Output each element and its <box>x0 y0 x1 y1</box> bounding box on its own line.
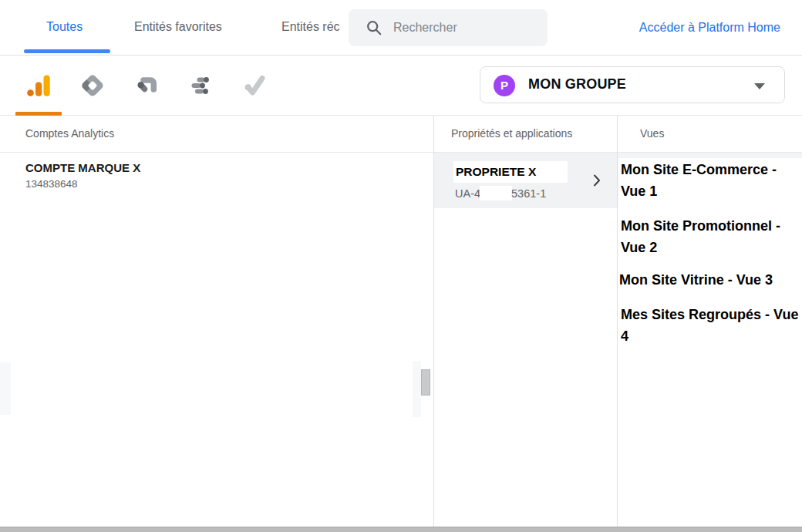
account-list-item[interactable]: COMPTE MARQUE X 134838648 <box>25 161 140 190</box>
chevron-down-icon <box>754 83 765 89</box>
tracking-id-redaction-box <box>480 186 512 200</box>
surveys-check-icon[interactable] <box>241 72 268 99</box>
horizontal-scrollbar[interactable] <box>0 527 802 532</box>
chevron-right-icon <box>593 173 601 187</box>
property-list-item-selected[interactable]: PROPRIETE X UA-45361-1 <box>434 153 617 208</box>
top-tab-bar: Toutes Entités favorites Entités réc Acc… <box>0 0 802 56</box>
search-input[interactable] <box>393 9 540 46</box>
view-list-item[interactable]: Mon Site Vitrine - Vue 3 <box>617 269 802 291</box>
view-label-overlay-box: Mon Site E-Commerce - Vue 1 <box>618 158 802 209</box>
active-tab-underline <box>24 49 110 53</box>
active-product-underline <box>15 112 62 116</box>
tab-toutes[interactable]: Toutes <box>46 20 83 34</box>
tag-manager-icon[interactable] <box>133 72 160 99</box>
tab-entites-favorites[interactable]: Entités favorites <box>134 20 222 34</box>
vertical-scrollbar-thumb[interactable] <box>421 369 430 396</box>
entity-columns: Comptes Analytics Propriétés et applicat… <box>0 116 802 532</box>
property-tracking-id: UA-45361-1 <box>455 186 546 200</box>
views-list: Mon Site E-Commerce - Vue 1 Mon Site Pro… <box>617 153 802 347</box>
column-divider <box>617 116 618 527</box>
vertical-scrollbar-track <box>413 361 421 417</box>
property-name: PROPRIETE X <box>453 161 568 183</box>
tracking-id-suffix: 5361-1 <box>511 187 546 200</box>
view-list-item[interactable]: Mon Site Promotionnel - Vue 2 <box>617 215 802 258</box>
group-selector-dropdown[interactable]: P MON GROUPE <box>480 66 785 103</box>
view-label: Mon Site E-Commerce - Vue 1 <box>621 159 802 202</box>
view-list-item[interactable]: Mon Site E-Commerce - Vue 1 <box>617 153 802 207</box>
tab-entites-recentes[interactable]: Entités réc <box>281 20 340 34</box>
product-toolbar: P MON GROUPE <box>0 56 802 116</box>
search-icon <box>366 20 382 35</box>
account-id: 134838648 <box>25 178 140 190</box>
accounts-column-header: Comptes Analytics <box>25 127 114 140</box>
property-name-overlay-box: PROPRIETE X <box>453 161 568 183</box>
optimize-icon[interactable] <box>79 72 106 99</box>
search-box[interactable] <box>349 9 548 46</box>
attribution-icon[interactable] <box>187 72 214 99</box>
group-avatar: P <box>494 75 515 96</box>
platform-home-link[interactable]: Accéder à Platform Home <box>639 21 780 35</box>
view-list-item[interactable]: Mes Sites Regroupés - Vue 4 <box>617 304 802 347</box>
group-selector-label: MON GROUPE <box>528 76 626 93</box>
analytics-icon[interactable] <box>25 72 52 99</box>
account-name: COMPTE MARQUE X <box>25 161 140 174</box>
left-edge-artifact <box>0 362 11 415</box>
properties-column-header: Propriétés et applications <box>451 127 572 140</box>
column-divider <box>433 116 434 527</box>
analytics-account-picker: Toutes Entités favorites Entités réc Acc… <box>0 0 802 532</box>
views-column-header: Vues <box>640 127 664 140</box>
tracking-id-prefix: UA-4 <box>455 187 480 200</box>
